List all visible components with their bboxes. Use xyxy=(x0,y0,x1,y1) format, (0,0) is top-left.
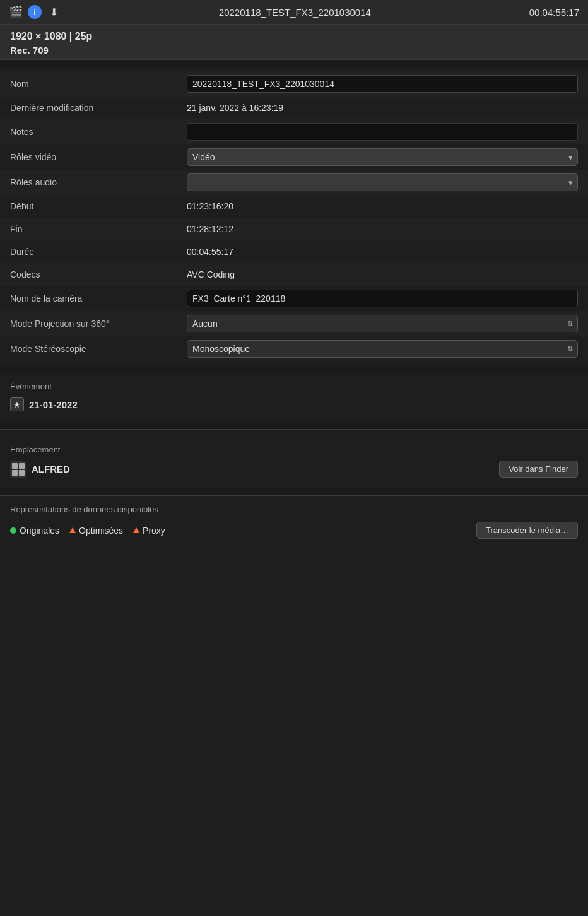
location-name: ALFRED xyxy=(32,464,70,474)
nom-label: Nom xyxy=(10,79,187,89)
repr-row: Originales Optimisées Proxy Transcoder l… xyxy=(10,522,578,539)
download-icon[interactable]: ⬇ xyxy=(47,5,61,19)
top-bar-icons: 🎬 i ⬇ xyxy=(9,5,61,19)
finder-button[interactable]: Voir dans Finder xyxy=(499,461,578,478)
duree-row: Durée 00:04:55:17 xyxy=(0,240,588,263)
camera-input[interactable] xyxy=(187,290,578,307)
repr-originales: Originales xyxy=(10,526,59,536)
separator-2 xyxy=(0,365,588,373)
roles-audio-select[interactable]: Dialogue Musique Effets xyxy=(187,173,578,191)
repr-optimisees: Optimisées xyxy=(69,526,123,536)
info-icon[interactable]: i xyxy=(28,5,42,19)
nom-input[interactable] xyxy=(187,75,578,93)
top-bar: 🎬 i ⬇ 20220118_TEST_FX3_2201030014 00:04… xyxy=(0,0,588,25)
roles-audio-row: Rôles audio Dialogue Musique Effets xyxy=(0,170,588,195)
modif-row: Dernière modification 21 janv. 2022 à 16… xyxy=(0,97,588,119)
projection-select[interactable]: Aucun Monoscopic Stereoscopic xyxy=(187,315,578,332)
roles-video-label: Rôles vidéo xyxy=(10,152,187,162)
representations-section: Représentations de données disponibles O… xyxy=(0,495,588,548)
codecs-row: Codecs AVC Coding xyxy=(0,263,588,286)
originales-label: Originales xyxy=(20,526,59,536)
modif-value: 21 janv. 2022 à 16:23:19 xyxy=(187,103,578,113)
duree-value: 00:04:55:17 xyxy=(187,247,578,257)
debut-value: 01:23:16:20 xyxy=(187,201,578,211)
fin-label: Fin xyxy=(10,224,187,234)
stereo-row: Mode Stéréoscopie Monoscopique Côte à cô… xyxy=(0,336,588,361)
repr-proxy: Proxy xyxy=(133,526,165,536)
event-star-icon: ★ xyxy=(10,397,24,411)
location-row: ALFRED Voir dans Finder xyxy=(0,458,588,488)
stereo-select-wrapper: Monoscopique Côte à côte Dessus-dessous xyxy=(187,340,578,358)
location-section: Emplacement ALFRED Voir dans Finder xyxy=(0,429,588,488)
film-icon: 🎬 xyxy=(9,5,23,19)
codecs-label: Codecs xyxy=(10,269,187,279)
clip-duration-time: 00:04:55:17 xyxy=(529,7,579,18)
duree-label: Durée xyxy=(10,247,187,257)
projection-label: Mode Projection sur 360° xyxy=(10,319,187,329)
transcode-button[interactable]: Transcoder le média… xyxy=(476,522,578,539)
camera-row: Nom de la caméra xyxy=(0,286,588,311)
modif-label: Dernière modification xyxy=(10,103,187,113)
originales-dot xyxy=(10,527,16,534)
optimisees-triangle xyxy=(69,527,76,533)
fin-value: 01:28:12:12 xyxy=(187,224,578,234)
notes-label: Notes xyxy=(10,127,187,137)
event-row: ★ 21-01-2022 xyxy=(0,395,588,421)
roles-audio-label: Rôles audio xyxy=(10,177,187,187)
stereo-select[interactable]: Monoscopique Côte à côte Dessus-dessous xyxy=(187,340,578,358)
nom-row: Nom xyxy=(0,71,588,97)
resolution-line: 1920 × 1080 | 25p xyxy=(10,31,578,42)
roles-audio-select-wrapper: Dialogue Musique Effets xyxy=(187,173,578,191)
resolution-bar: 1920 × 1080 | 25p Rec. 709 xyxy=(0,25,588,60)
color-space-line: Rec. 709 xyxy=(10,45,578,56)
repr-section-title: Représentations de données disponibles xyxy=(10,505,578,514)
roles-video-select-wrapper: Vidéo Dialogue Musique Effets xyxy=(187,148,578,166)
separator-3 xyxy=(0,421,588,429)
location-grid-icon xyxy=(10,461,26,478)
clip-title: 20220118_TEST_FX3_2201030014 xyxy=(67,7,523,18)
projection-select-wrapper: Aucun Monoscopic Stereoscopic xyxy=(187,315,578,332)
fin-row: Fin 01:28:12:12 xyxy=(0,218,588,240)
camera-label: Nom de la caméra xyxy=(10,293,187,303)
separator-4 xyxy=(0,488,588,495)
stereo-label: Mode Stéréoscopie xyxy=(10,344,187,354)
proxy-label: Proxy xyxy=(143,526,165,536)
projection-row: Mode Projection sur 360° Aucun Monoscopi… xyxy=(0,311,588,336)
debut-row: Début 01:23:16:20 xyxy=(0,195,588,218)
location-section-header: Emplacement xyxy=(0,436,588,458)
roles-video-select[interactable]: Vidéo Dialogue Musique Effets xyxy=(187,148,578,166)
event-section: Événement ★ 21-01-2022 xyxy=(0,373,588,421)
info-section: Nom Dernière modification 21 janv. 2022 … xyxy=(0,68,588,365)
event-section-header: Événement xyxy=(0,373,588,395)
event-name: 21-01-2022 xyxy=(29,399,78,410)
codecs-value: AVC Coding xyxy=(187,269,578,279)
notes-input[interactable] xyxy=(187,123,578,141)
separator xyxy=(0,60,588,68)
notes-row: Notes xyxy=(0,119,588,144)
debut-label: Début xyxy=(10,201,187,211)
roles-video-row: Rôles vidéo Vidéo Dialogue Musique Effet… xyxy=(0,144,588,170)
optimisees-label: Optimisées xyxy=(79,526,123,536)
proxy-triangle xyxy=(133,527,139,533)
